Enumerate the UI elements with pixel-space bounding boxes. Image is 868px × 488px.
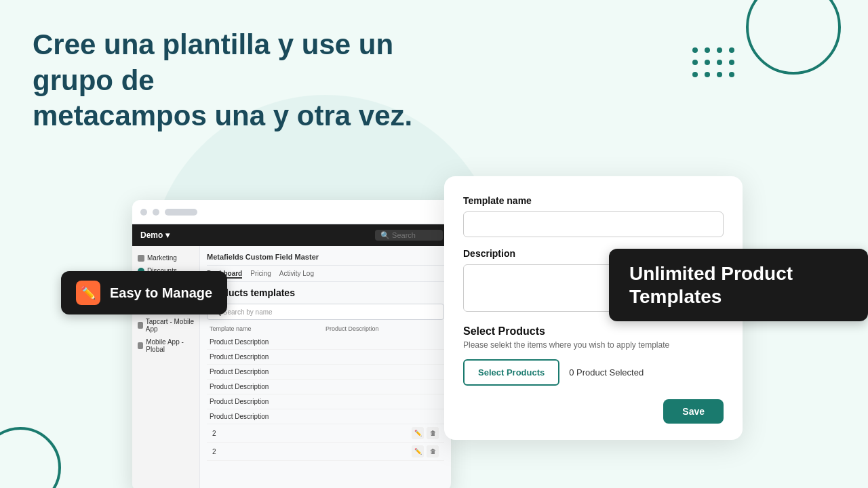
delete-btn[interactable]: 🗑 (427, 445, 439, 458)
shopify-top-bar: Demo ▾ (132, 224, 451, 246)
browser-window: Demo ▾ Marketing Discounts Apps Sales ch… (132, 200, 451, 488)
bg-decoration-circle-bottom-left (0, 427, 61, 488)
template-name-input[interactable] (463, 211, 724, 237)
select-products-button[interactable]: Select Products (463, 359, 559, 386)
easy-to-manage-badge: ✏️ Easy to Manage (61, 271, 227, 314)
delete-btn[interactable]: 🗑 (427, 427, 439, 439)
browser-dot-1 (140, 209, 147, 216)
row-actions: ✏️ 🗑 (412, 427, 439, 439)
marketing-icon (138, 255, 144, 262)
dots-decoration (692, 47, 736, 79)
tab-activity-log[interactable]: Activity Log (279, 270, 314, 279)
sidebar-tapcart-label: Tapcart - Mobile App (146, 318, 194, 333)
browser-titlebar (132, 200, 451, 224)
unlimited-badge-label: Unlimited Product Templates (629, 263, 793, 307)
template-table-header: Template name Product Description (207, 325, 444, 332)
sidebar-item-marketing[interactable]: Marketing (132, 251, 199, 264)
browser-address-bar (165, 209, 197, 216)
tab-pricing[interactable]: Pricing (250, 270, 271, 279)
table-row: Product Description (207, 380, 444, 394)
unlimited-templates-badge: Unlimited Product Templates (609, 249, 868, 321)
table-row: Product Description (207, 394, 444, 409)
select-products-row: Select Products 0 Product Selected (463, 359, 724, 386)
mobile-app-icon (138, 342, 143, 349)
col-template-name: Template name (210, 325, 326, 332)
products-templates-title: Products templates (207, 287, 444, 298)
table-row: 2 ✏️ 🗑 (207, 424, 444, 443)
easy-badge-label: Easy to Manage (110, 285, 212, 301)
row-actions: ✏️ 🗑 (412, 445, 439, 458)
form-actions: Save (463, 399, 724, 424)
app-tabs: Dashboard Pricing Activity Log (207, 270, 444, 282)
shopify-search-input[interactable] (375, 230, 443, 241)
app-header-title: Metafields Custom Field Master (207, 253, 444, 266)
shopify-main-content: Metafields Custom Field Master Dashboard… (200, 246, 451, 488)
store-name: Demo ▾ (140, 230, 170, 240)
table-row: 2 ✏️ 🗑 (207, 443, 444, 461)
table-row: Product Description (207, 409, 444, 424)
select-products-subtext: Please selekt the items where you wish t… (463, 340, 724, 350)
table-row: Product Description (207, 365, 444, 380)
select-products-label: Select Products (463, 325, 724, 338)
sidebar-item-tapcart[interactable]: Tapcart - Mobile App (132, 315, 199, 336)
template-search-bar[interactable]: 🔍 Search by name (207, 304, 444, 320)
template-name-label: Template name (463, 195, 724, 206)
table-row: Product Description (207, 335, 444, 350)
browser-dot-2 (153, 209, 159, 216)
edit-btn[interactable]: ✏️ (412, 445, 424, 458)
save-button[interactable]: Save (663, 399, 724, 424)
badge-icon: ✏️ (76, 281, 100, 305)
sidebar-marketing-label: Marketing (147, 254, 177, 262)
product-selected-count: 0 Product Selected (569, 367, 644, 378)
sidebar-mobile-app-label: Mobile App - Plobal (146, 338, 194, 353)
edit-btn[interactable]: ✏️ (412, 427, 424, 439)
main-heading: Cree una plantilla y use un grupo de met… (33, 27, 480, 134)
table-row: Product Description (207, 350, 444, 365)
sidebar-item-mobile-app[interactable]: Mobile App - Plobal (132, 336, 199, 356)
tapcart-icon (138, 322, 143, 329)
bg-decoration-circle-top-right (746, 0, 841, 75)
col-product-desc: Product Description (326, 325, 441, 332)
